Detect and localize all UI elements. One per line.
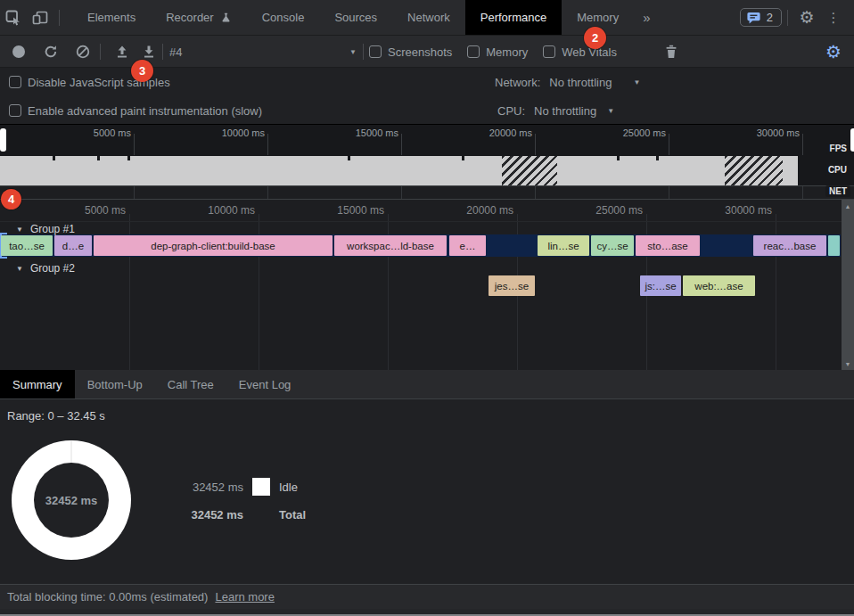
tab-elements[interactable]: Elements [72,0,151,35]
flame-event-bar[interactable]: jes…se [489,275,535,296]
flame-event-bar[interactable]: workspac…ld-base [334,235,447,256]
tab-network[interactable]: Network [392,0,465,35]
tab-recorder[interactable]: Recorder [151,0,246,35]
flame-event-bar[interactable]: js:…se [640,275,681,296]
cpu-dip [53,156,55,160]
chevron-down-icon[interactable]: ▼ [633,78,640,86]
three-dots-icon: ⋮ [827,11,841,24]
flame-scrollbar[interactable]: ▲ ▼ [842,200,854,370]
overview-net-lane[interactable] [0,185,854,200]
scroll-down-icon[interactable]: ▼ [842,357,854,370]
ruler-tick [401,186,402,199]
ruler-tick [267,186,268,199]
ruler-tick-label: 25000 ms [598,127,666,138]
chat-bubble-icon [747,12,760,24]
ruler-tick-label: 20000 ms [437,204,513,217]
chevron-down-icon: ▼ [349,48,357,56]
flame-event-bar[interactable]: e… [449,235,486,256]
delete-recording-button[interactable] [658,38,685,65]
checkbox-icon [467,45,480,58]
tab-label: Memory [577,11,619,24]
cpu-throttling-select[interactable]: No throttling [534,104,596,118]
group-1-header[interactable]: ▼ Group #1 [16,223,75,235]
chevron-down-icon[interactable]: ▼ [607,107,614,115]
flame-event-bar[interactable]: dep-graph-client:build-base [94,235,333,256]
settings-row-2: Enable advanced paint instrumentation (s… [0,96,854,125]
checkbox-label: Enable advanced paint instrumentation (s… [28,104,262,118]
tab-label: Network [407,11,450,24]
capture-settings-button[interactable]: ⚙ [820,38,847,65]
flame-event-bar[interactable]: reac…base [753,235,826,256]
history-dropdown[interactable]: #4 ▼ [169,36,357,68]
cpu-dip [348,156,350,160]
collapse-triangle-icon[interactable]: ▼ [16,265,23,273]
legend-label: Total [279,508,306,522]
checkbox-web-vitals[interactable]: Web Vitals [543,45,617,59]
performance-toolbar: #4 ▼ ScreenshotsMemoryWeb Vitals ⚙ [0,36,854,68]
network-throttling-select[interactable]: No throttling [549,76,612,89]
tab-event-log[interactable]: Event Log [226,370,304,398]
tab-console[interactable]: Console [247,0,320,35]
ruler-tick-label: 15000 ms [308,204,384,217]
reload-record-button[interactable] [37,38,64,65]
block-icon [75,44,91,60]
tab-bottom-up[interactable]: Bottom-Up [75,370,155,398]
legend-row: 32452 msTotal [185,505,306,523]
flame-event-bar[interactable]: lin…se [538,235,589,256]
clear-button[interactable] [70,38,96,65]
checkbox-memory[interactable]: Memory [467,45,528,59]
load-profile-button[interactable] [109,38,135,65]
group-2-header[interactable]: ▼ Group #2 [16,262,75,275]
advanced-paint-checkbox[interactable]: Enable advanced paint instrumentation (s… [9,96,262,125]
total-blocking-time-bar: Total blocking time: 0.00ms (estimated) … [0,584,854,609]
more-tabs-button[interactable]: » [634,10,659,25]
group-2-track: jes…sejs:…seweb:…ase [0,275,842,296]
device-toolbar-button[interactable] [27,4,53,31]
capture-options: ScreenshotsMemoryWeb Vitals [369,36,617,68]
inspect-icon [5,10,21,26]
inspect-element-button[interactable] [0,4,27,31]
checkbox-icon [543,45,555,58]
fps-lane-label: FPS [826,143,850,154]
tab-summary[interactable]: Summary [0,370,75,398]
tab-sources[interactable]: Sources [319,0,392,35]
overview-cpu-lane[interactable] [0,156,854,185]
upload-icon [114,44,130,60]
flame-event-bar[interactable]: sto…ase [636,235,700,256]
settings-button[interactable]: ⚙ [793,4,820,31]
summary-legend: 32452 msIdle32452 msTotal [185,478,306,523]
history-selected: #4 [169,45,182,59]
details-tabbar: SummaryBottom-UpCall TreeEvent Log [0,370,854,399]
donut-total-label: 32452 ms [45,494,98,507]
checkbox-icon [9,76,21,88]
device-toolbar-icon [32,10,49,26]
ruler-tick [134,134,135,155]
legend-row: 32452 msIdle [185,478,306,496]
flame-event-bar[interactable]: web:…ase [683,275,755,296]
legend-value: 32452 ms [185,508,243,522]
collapse-triangle-icon[interactable]: ▼ [16,226,23,234]
summary-pane: Range: 0 – 32.45 s 32452 ms 32452 msIdle… [0,399,854,584]
issues-button[interactable]: 2 [740,8,782,27]
learn-more-link[interactable]: Learn more [215,590,274,604]
flame-chart[interactable]: 5000 ms10000 ms15000 ms20000 ms25000 ms3… [0,200,854,370]
tab-call-tree[interactable]: Call Tree [155,370,226,398]
tab-performance[interactable]: Performance [465,0,562,35]
checkbox-screenshots[interactable]: Screenshots [369,45,452,59]
timeline-overview[interactable]: 5000 ms10000 ms15000 ms20000 ms25000 ms3… [0,125,854,200]
tbt-text: Total blocking time: 0.00ms (estimated) [7,590,208,604]
flame-event-bar[interactable]: cy…se [591,235,634,256]
legend-swatch [252,478,270,496]
cpu-dip [97,156,100,160]
flame-event-bar[interactable]: d…e [54,235,92,256]
main-menu-button[interactable]: ⋮ [820,4,847,31]
flame-event-bar[interactable]: tao…se [1,235,53,256]
scroll-up-icon[interactable]: ▲ [842,200,854,212]
overview-right-handle[interactable] [850,128,854,152]
group-label: Group #1 [30,223,75,235]
record-button[interactable] [5,38,32,65]
ruler-tick [134,186,135,199]
flame-event-bar[interactable] [828,235,840,256]
overview-left-handle[interactable] [0,128,6,152]
ruler-tick [535,186,536,199]
